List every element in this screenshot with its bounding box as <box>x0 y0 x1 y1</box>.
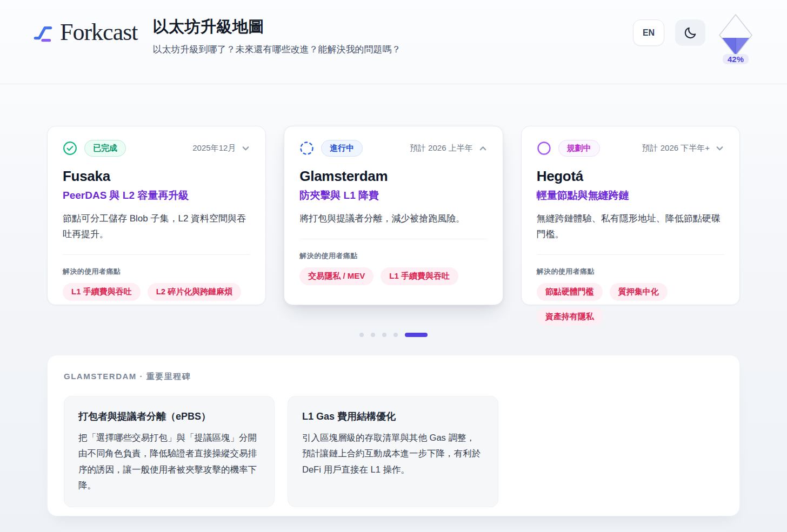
progress-percent-label: 42% <box>723 54 749 64</box>
pain-tag: 節點硬體門檻 <box>537 283 603 301</box>
card-divider <box>63 254 250 255</box>
status-planned-circle-icon <box>537 141 551 156</box>
carousel-pagination <box>47 333 740 337</box>
card-date: 預計 2026 下半年+ <box>642 143 710 153</box>
pain-tag: 資產持有隱私 <box>537 308 603 326</box>
chevron-down-icon[interactable] <box>715 144 724 153</box>
status-in-progress-icon <box>299 141 314 156</box>
card-divider <box>299 239 487 239</box>
brand-wordmark: Forkcast <box>60 18 138 46</box>
card-date: 預計 2026 上半年 <box>410 143 473 153</box>
page-title: 以太坊升級地圖 <box>153 16 401 38</box>
pagination-dot-3[interactable] <box>382 333 386 337</box>
upgrade-cards-row: 已完成 2025年12月 Fusaka PeerDAS 與 L2 容量再升級 節… <box>47 126 740 305</box>
chevron-down-icon[interactable] <box>241 144 250 153</box>
forkcast-logo-icon <box>32 21 55 44</box>
milestone-body: 引入區塊層級的存取清單與其他 Gas 調整，預計讓鏈上合約互動成本進一步下降，有… <box>302 430 484 477</box>
milestones-panel-header: GLAMSTERDAM · 重要里程碑 <box>64 372 723 382</box>
chevron-up-icon[interactable] <box>478 144 488 153</box>
pagination-dot-2[interactable] <box>371 333 375 337</box>
moon-icon <box>683 26 697 40</box>
card-divider <box>537 254 724 255</box>
upgrade-card-hegota[interactable]: 規劃中 預計 2026 下半年+ Hegotá 輕量節點與無縫跨鏈 無縫跨鏈體驗… <box>521 126 740 305</box>
milestone-card-l1-gas: L1 Gas 費用結構優化 引入區塊層級的存取清單與其他 Gas 調整，預計讓鏈… <box>288 396 498 507</box>
pagination-dot-4[interactable] <box>394 333 398 337</box>
language-toggle-button[interactable]: EN <box>633 19 664 46</box>
header: Forkcast 以太坊升級地圖 以太坊升級到哪了？未來還有哪些改進？能解決我的… <box>0 0 787 84</box>
card-date: 2025年12月 <box>192 143 236 153</box>
pagination-dot-5-active[interactable] <box>405 333 428 337</box>
brand[interactable]: Forkcast <box>32 18 138 46</box>
pain-points-label: 解決的使用者痛點 <box>537 267 724 277</box>
card-description: 節點可分工儲存 Blob 子集，L2 資料空間與吞吐再提升。 <box>63 211 250 242</box>
status-badge: 規劃中 <box>558 140 600 157</box>
pagination-dot-1[interactable] <box>359 333 364 337</box>
upgrade-progress-widget: 42% <box>716 13 755 64</box>
status-done-check-icon <box>63 141 77 156</box>
status-badge: 進行中 <box>321 140 363 157</box>
card-tagline: 防夾擊與 L1 降費 <box>299 188 487 203</box>
pain-tag: L1 手續費與吞吐 <box>63 283 141 301</box>
pain-tag: 交易隱私 / MEV <box>299 267 374 285</box>
card-tagline: 輕量節點與無縫跨鏈 <box>537 188 724 203</box>
card-description: 將打包與提議者分離，減少被搶跑風險。 <box>299 211 487 226</box>
pain-points-label: 解決的使用者痛點 <box>299 251 487 261</box>
status-badge: 已完成 <box>84 140 126 157</box>
card-tagline: PeerDAS 與 L2 容量再升級 <box>63 188 250 203</box>
card-title: Hegotá <box>537 168 724 185</box>
milestone-card-epbs: 打包者與提議者分離（ePBS） 把「選擇哪些交易打包」與「提議區塊」分開由不同角… <box>64 396 275 507</box>
pain-tag: L2 碎片化與跨鏈麻煩 <box>148 283 242 301</box>
pain-tag: L1 手續費與吞吐 <box>381 267 458 285</box>
eth-diamond-progress-icon <box>718 13 753 57</box>
page-subtitle: 以太坊升級到哪了？未來還有哪些改進？能解決我的問題嗎？ <box>153 43 401 56</box>
dark-mode-button[interactable] <box>675 19 705 46</box>
milestone-body: 把「選擇哪些交易打包」與「提議區塊」分開由不同角色負責，降低驗證者直接操縱交易排… <box>78 430 260 493</box>
card-description: 無縫跨鏈體驗、私有隱形地址、降低節點硬碟門檻。 <box>537 211 724 242</box>
milestones-panel: GLAMSTERDAM · 重要里程碑 打包者與提議者分離（ePBS） 把「選擇… <box>47 355 740 516</box>
pain-tag: 質押集中化 <box>610 283 668 301</box>
pain-points-label: 解決的使用者痛點 <box>63 267 250 277</box>
upgrade-card-glamsterdam[interactable]: 進行中 預計 2026 上半年 Glamsterdam 防夾擊與 L1 降費 將… <box>284 126 503 305</box>
card-title: Fusaka <box>63 168 250 185</box>
milestone-title: L1 Gas 費用結構優化 <box>302 410 484 423</box>
upgrade-card-fusaka[interactable]: 已完成 2025年12月 Fusaka PeerDAS 與 L2 容量再升級 節… <box>47 126 266 305</box>
card-title: Glamsterdam <box>299 168 487 185</box>
milestone-title: 打包者與提議者分離（ePBS） <box>78 410 260 423</box>
